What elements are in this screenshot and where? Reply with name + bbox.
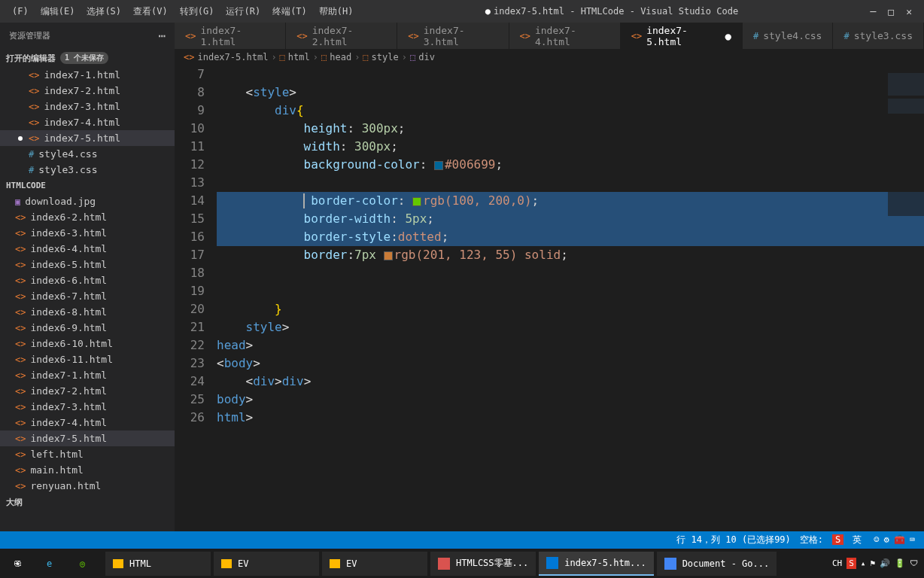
file-tree-item[interactable]: <>index7-5.html: [0, 430, 175, 446]
file-tree-item[interactable]: <>index6-3.html: [0, 225, 175, 241]
outline-section[interactable]: 大纲: [0, 494, 175, 511]
editor-tab[interactable]: <>index7-1.html: [175, 23, 286, 49]
minimap[interactable]: [888, 65, 924, 216]
file-tree-item[interactable]: <>index7-4.html: [0, 415, 175, 430]
code-line[interactable]: width: 300px;: [217, 138, 924, 156]
editor-tab[interactable]: #style3.css: [833, 23, 924, 49]
breadcrumb-item[interactable]: ⬚style: [363, 52, 398, 62]
file-tree-item[interactable]: <>index6-4.html: [0, 241, 175, 257]
open-editor-item[interactable]: <>index7-4.html: [0, 114, 175, 130]
file-tree-item[interactable]: ▣download.jpg: [0, 193, 175, 209]
code-line[interactable]: <div>div>: [217, 373, 924, 391]
code-line[interactable]: <body>: [217, 354, 924, 373]
cursor-position[interactable]: 行 14，列 10 (已选择99): [676, 534, 790, 546]
code-line[interactable]: [217, 282, 924, 300]
code-line[interactable]: border-style:dotted;: [217, 228, 924, 246]
file-tree-item[interactable]: <>index6-6.html: [0, 272, 175, 288]
code-line[interactable]: }: [217, 300, 924, 318]
breadcrumb-item[interactable]: ⬚head: [321, 52, 351, 62]
ime-indicator[interactable]: S: [832, 534, 843, 545]
code-line[interactable]: style>: [217, 318, 924, 336]
code-line[interactable]: body>: [217, 391, 924, 409]
maximize-icon[interactable]: □: [888, 6, 894, 17]
toolbox-icon[interactable]: 🧰: [894, 534, 905, 545]
breadcrumb-item[interactable]: <>index7-5.html: [184, 52, 268, 62]
taskbar-item[interactable]: EV: [214, 552, 319, 576]
more-icon[interactable]: ⋯: [158, 29, 166, 43]
tray-lang[interactable]: CH: [832, 558, 842, 568]
ime-lang[interactable]: 英: [853, 534, 862, 546]
code-line[interactable]: div{: [217, 102, 924, 120]
breadcrumb-item[interactable]: ⬚div: [410, 52, 435, 62]
taskbar-item[interactable]: EV: [322, 552, 427, 576]
code-editor[interactable]: 7891011121314151617181920212223242526 <s…: [175, 65, 924, 531]
folder-section[interactable]: HTMLCODE: [0, 178, 175, 193]
tray-volume-icon[interactable]: 🔊: [880, 558, 890, 568]
file-tree-item[interactable]: <>main.html: [0, 462, 175, 478]
file-tree-item[interactable]: <>index6-10.html: [0, 336, 175, 351]
spaces-indicator[interactable]: 空格:: [800, 534, 823, 546]
menu-edit[interactable]: 编辑(E): [35, 5, 81, 18]
menu-view[interactable]: 查看(V): [127, 5, 174, 18]
code-line[interactable]: [217, 174, 924, 192]
open-editors-label[interactable]: 打开的编辑器: [6, 53, 56, 64]
file-tree-item[interactable]: <>index7-1.html: [0, 367, 175, 383]
file-tree-item[interactable]: <>index6-9.html: [0, 320, 175, 336]
code-line[interactable]: <style>: [217, 84, 924, 102]
editor-tab[interactable]: <>index7-3.html: [397, 23, 509, 49]
keyboard-icon[interactable]: ⌨: [910, 534, 915, 545]
code-line[interactable]: html>: [217, 409, 924, 427]
close-icon[interactable]: ✕: [906, 6, 912, 17]
open-editor-item[interactable]: <>index7-3.html: [0, 99, 175, 114]
editor-tab[interactable]: #style4.css: [743, 23, 834, 49]
gear-icon[interactable]: ⚙: [884, 534, 889, 545]
system-tray[interactable]: CH S ▴ ⚑ 🔊 🔋 🛡: [832, 558, 918, 569]
tray-battery-icon[interactable]: 🔋: [895, 558, 905, 568]
code-line[interactable]: head>: [217, 336, 924, 354]
code-line[interactable]: background-color: #006699;: [217, 156, 924, 174]
code-line[interactable]: [217, 65, 924, 84]
file-tree-item[interactable]: <>index6-7.html: [0, 288, 175, 304]
file-tree-item[interactable]: <>index6-2.html: [0, 209, 175, 225]
file-tree-item[interactable]: <>index7-3.html: [0, 399, 175, 415]
code-line[interactable]: border-width: 5px;: [217, 210, 924, 228]
menu-selection[interactable]: 选择(S): [81, 5, 127, 18]
open-editor-item[interactable]: <>index7-1.html: [0, 67, 175, 83]
code-content[interactable]: <style> div{ height: 300px; width: 300px…: [217, 65, 924, 531]
tray-shield-icon[interactable]: 🛡: [910, 558, 918, 568]
menu-go[interactable]: 转到(G): [174, 5, 220, 18]
menu-terminal[interactable]: 终端(T): [266, 5, 313, 18]
menu-run[interactable]: 运行(R): [220, 5, 266, 18]
code-line[interactable]: border:7px rgb(201, 123, 55) solid;: [217, 246, 924, 264]
open-editor-item[interactable]: #style4.css: [0, 146, 175, 162]
file-tree-item[interactable]: <>renyuan.html: [0, 478, 175, 494]
open-editor-item[interactable]: <>index7-2.html: [0, 83, 175, 99]
tray-flag-icon[interactable]: ⚑: [870, 558, 875, 568]
taskbar-item[interactable]: Document - Go...: [657, 552, 777, 576]
menu-file[interactable]: (F): [6, 6, 35, 17]
code-line[interactable]: border-color: rgb(100, 200,0);: [217, 192, 924, 210]
minimize-icon[interactable]: ─: [871, 6, 877, 17]
taskbar-item[interactable]: index7-5.htm...: [539, 552, 653, 576]
open-editor-item[interactable]: #style3.css: [0, 162, 175, 178]
taskbar-ie[interactable]: e: [39, 552, 69, 576]
smiley-icon[interactable]: ☺: [874, 534, 879, 545]
code-line[interactable]: height: 300px;: [217, 120, 924, 138]
file-tree-item[interactable]: <>index6-8.html: [0, 304, 175, 320]
file-tree-item[interactable]: <>index6-11.html: [0, 351, 175, 367]
tray-up-icon[interactable]: ▴: [861, 558, 866, 568]
menu-help[interactable]: 帮助(H): [313, 5, 360, 18]
code-line[interactable]: [217, 264, 924, 282]
breadcrumb-item[interactable]: ⬚html: [280, 52, 310, 62]
file-tree-item[interactable]: <>index7-2.html: [0, 383, 175, 399]
open-editor-item[interactable]: <>index7-5.html: [0, 130, 175, 146]
file-tree-item[interactable]: <>left.html: [0, 446, 175, 462]
breadcrumb[interactable]: <>index7-5.html›⬚html›⬚head›⬚style›⬚div: [175, 49, 924, 65]
tray-s-icon[interactable]: S: [846, 558, 856, 569]
taskbar-item[interactable]: HTMLCSS零基...: [430, 552, 536, 576]
editor-tab[interactable]: <>index7-2.html: [286, 23, 397, 49]
editor-tab[interactable]: <>index7-4.html: [509, 23, 621, 49]
taskbar-app-1[interactable]: ֎: [6, 552, 36, 576]
editor-tab[interactable]: <>index7-5.html●: [621, 23, 743, 49]
taskbar-item[interactable]: HTML: [105, 552, 211, 576]
